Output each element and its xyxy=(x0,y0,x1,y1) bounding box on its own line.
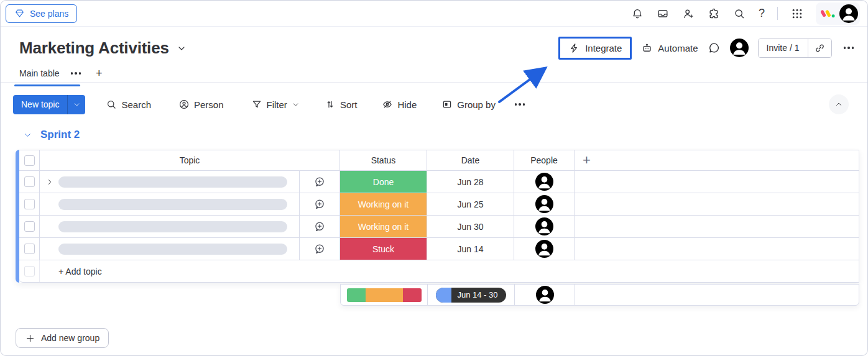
add-new-group-button[interactable]: Add new group xyxy=(16,328,109,348)
sort-label: Sort xyxy=(340,99,358,110)
search-label: Search xyxy=(121,99,151,110)
group-name[interactable]: Sprint 2 xyxy=(40,129,80,141)
board-title-row: Marketing Activities xyxy=(19,39,187,58)
group-table: Topic Status Date People + Done Jun 28 xyxy=(16,150,859,283)
search-tool-button[interactable]: Search xyxy=(100,95,157,114)
column-header-status[interactable]: Status xyxy=(340,150,427,170)
tab-bar: Main table + xyxy=(19,65,103,82)
summary-empty-cell xyxy=(575,285,859,305)
row-checkbox[interactable] xyxy=(24,176,35,187)
add-update-bubble-icon[interactable] xyxy=(299,193,339,215)
battery-segment-done xyxy=(347,288,366,302)
row-checkbox[interactable] xyxy=(24,199,35,209)
board-owner-avatar[interactable] xyxy=(730,39,749,57)
empty-cell[interactable] xyxy=(575,238,859,260)
filter-button[interactable]: Filter xyxy=(246,95,305,114)
column-header-topic[interactable]: Topic xyxy=(40,150,340,170)
add-column-button[interactable]: + xyxy=(583,152,591,168)
hide-button[interactable]: Hide xyxy=(376,95,422,114)
table-row: Done Jun 28 xyxy=(19,171,859,193)
copy-link-icon[interactable] xyxy=(808,39,831,57)
topic-placeholder[interactable] xyxy=(58,199,287,210)
tab-main-table[interactable]: Main table xyxy=(19,68,60,78)
add-update-bubble-icon[interactable] xyxy=(299,171,339,193)
person-filter-button[interactable]: Person xyxy=(173,95,229,114)
board-title-chevron-down-icon[interactable] xyxy=(177,43,187,53)
integrate-label: Integrate xyxy=(585,43,622,53)
automate-robot-icon xyxy=(641,42,653,54)
topic-placeholder[interactable] xyxy=(58,221,287,232)
new-item-button[interactable]: New topic xyxy=(13,95,67,114)
date-cell[interactable]: Jun 30 xyxy=(427,216,514,237)
column-header-date[interactable]: Date xyxy=(427,150,514,170)
status-chip[interactable]: Stuck xyxy=(340,238,427,260)
chat-bubble-icon[interactable] xyxy=(708,42,721,55)
toolbar-more-icon[interactable] xyxy=(512,101,528,108)
apps-grid-icon[interactable] xyxy=(790,7,803,20)
tab-options-icon[interactable] xyxy=(68,70,84,77)
date-cell[interactable]: Jun 25 xyxy=(427,193,514,215)
add-update-bubble-icon[interactable] xyxy=(299,216,339,237)
date-range-pill[interactable]: Jun 14 - 30 xyxy=(436,288,506,303)
tabbar-baseline xyxy=(1,82,867,83)
assignee-avatar[interactable] xyxy=(535,173,553,191)
add-item-row: + Add topic xyxy=(19,260,859,283)
apps-marketplace-icon[interactable] xyxy=(708,7,721,20)
topic-placeholder[interactable] xyxy=(58,176,287,188)
group-chevron-down-icon[interactable] xyxy=(23,130,32,140)
user-avatar[interactable] xyxy=(839,4,858,23)
group-summary-row: Jun 14 - 30 xyxy=(340,284,859,306)
date-cell[interactable]: Jun 14 xyxy=(427,238,514,260)
status-distribution-bar[interactable] xyxy=(347,288,422,302)
topbar-divider xyxy=(777,7,778,20)
select-all-checkbox[interactable] xyxy=(24,155,35,166)
inbox-tray-icon[interactable] xyxy=(657,7,670,20)
add-topic-button[interactable]: + Add topic xyxy=(40,267,102,276)
battery-segment-working xyxy=(366,288,403,302)
person-label: Person xyxy=(194,99,224,110)
new-item-caret-icon[interactable] xyxy=(67,95,85,114)
assignee-avatar[interactable] xyxy=(535,217,553,235)
group-by-button[interactable]: Group by xyxy=(436,95,501,114)
table-header-row: Topic Status Date People + xyxy=(19,150,859,171)
board-toolbar: New topic Search Person Filter Sort Hide xyxy=(13,94,855,114)
status-chip[interactable]: Working on it xyxy=(340,193,427,215)
board-header-controls: Integrate Automate Invite / 1 xyxy=(558,35,856,61)
group-by-icon xyxy=(441,99,453,110)
assignee-avatar[interactable] xyxy=(535,240,553,258)
status-chip[interactable]: Working on it xyxy=(340,216,427,237)
empty-cell[interactable] xyxy=(575,171,859,193)
row-checkbox[interactable] xyxy=(24,221,35,232)
invite-members-icon[interactable] xyxy=(682,7,695,20)
group-header[interactable]: Sprint 2 xyxy=(23,129,80,141)
see-plans-button[interactable]: See plans xyxy=(6,4,77,23)
sort-button[interactable]: Sort xyxy=(319,95,363,114)
assignee-avatar[interactable] xyxy=(535,195,553,213)
plus-icon xyxy=(25,333,35,344)
board-title[interactable]: Marketing Activities xyxy=(19,39,169,58)
status-chip[interactable]: Done xyxy=(340,171,427,193)
add-group-label: Add new group xyxy=(41,333,99,343)
sort-arrows-icon xyxy=(325,99,336,110)
column-header-people[interactable]: People xyxy=(514,150,575,170)
automate-button[interactable]: Automate xyxy=(641,42,698,54)
date-cell[interactable]: Jun 28 xyxy=(427,171,514,193)
summary-avatar[interactable] xyxy=(536,286,554,304)
active-tab-underline xyxy=(14,84,80,86)
search-icon[interactable] xyxy=(733,7,746,20)
add-update-bubble-icon[interactable] xyxy=(299,238,339,260)
collapse-header-button[interactable] xyxy=(829,94,849,114)
row-checkbox[interactable] xyxy=(24,244,35,254)
table-row: Stuck Jun 14 xyxy=(19,238,859,260)
top-bar: See plans ? xyxy=(1,1,867,27)
empty-cell[interactable] xyxy=(575,216,859,237)
topic-placeholder[interactable] xyxy=(58,244,287,255)
notifications-bell-icon[interactable] xyxy=(631,7,644,20)
integrate-button[interactable]: Integrate xyxy=(568,42,622,54)
empty-cell[interactable] xyxy=(575,193,859,215)
add-view-button[interactable]: + xyxy=(96,67,103,80)
board-menu-icon[interactable] xyxy=(841,44,857,52)
expand-row-chevron-icon[interactable] xyxy=(45,178,54,186)
invite-button[interactable]: Invite / 1 xyxy=(759,39,808,57)
help-icon[interactable]: ? xyxy=(759,7,765,20)
